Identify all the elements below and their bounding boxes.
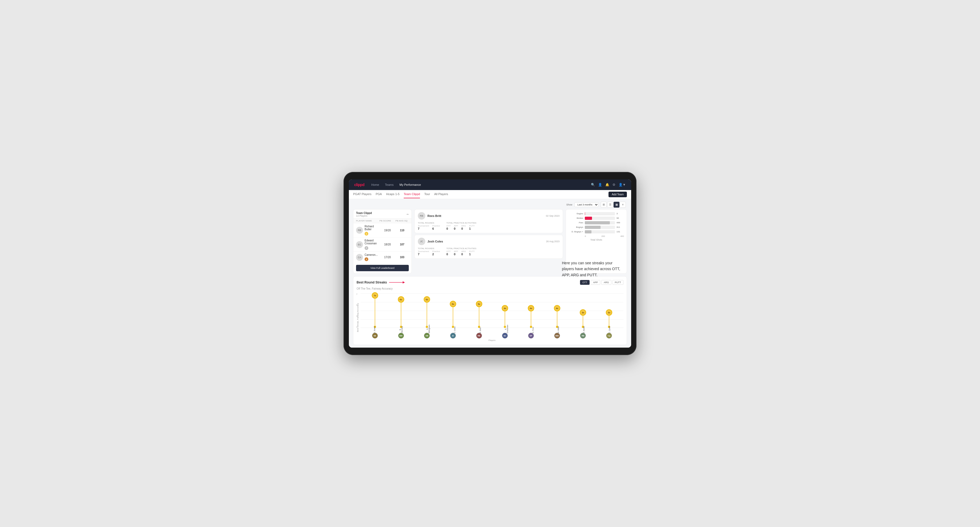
nav-home[interactable]: Home [371, 183, 379, 186]
streak-player-labels: E. EwertB. McHerpD. BillinghamJ. ColesR.… [361, 326, 624, 333]
player-info-1: RB Richard Butler 1 [356, 225, 379, 236]
col-player-name: PLAYER NAME [356, 220, 379, 222]
mini-avatar: DB [424, 333, 430, 338]
arg-val-1: 0 [461, 227, 466, 230]
arg-val-2: 0 [461, 252, 466, 256]
search-icon[interactable]: 🔍 [591, 183, 595, 187]
mini-avatar: MM [554, 333, 560, 338]
player-info-2: EC Edward Crossman 2 [356, 239, 379, 250]
avatar-3: CA [356, 254, 363, 261]
pb-avg-2: 107 [396, 243, 409, 246]
bar-fill-birdies [585, 217, 592, 220]
player-label: R. Britt [479, 326, 481, 333]
putt-val-2: 1 [469, 252, 475, 256]
pb-score-1: 19/20 [379, 229, 396, 232]
card-stats-1: Total Rounds Tournament 7 Practice [418, 222, 560, 230]
bar-fill-dbogeys [585, 230, 592, 233]
sub-nav: PGAT Players PGA Hcaps 1-5 Team Clippd T… [349, 190, 631, 199]
bar-label-birdies: Birdies [568, 217, 583, 219]
avatar-2: EC [356, 241, 363, 248]
practice-val-1: 6 [432, 227, 440, 230]
filter-putt[interactable]: PUTT [612, 280, 624, 285]
streak-bubble: 7x [372, 292, 378, 298]
filter-arg[interactable]: ARG [601, 280, 611, 285]
table-view-button[interactable]: ≡ [620, 202, 626, 208]
bar-label-eagles: Eagles [568, 213, 583, 215]
bar-value-pars: 499 [616, 221, 624, 224]
table-header: PLAYER NAME PB SCORE PB AVG SQ [353, 219, 412, 223]
streak-bubble: 6x [424, 296, 430, 303]
profile-avatar[interactable]: 👤▼ [619, 183, 626, 187]
player-badge-2: 2 [364, 246, 368, 250]
card-avatar-1: RB [418, 212, 425, 220]
player-name-2: Edward Crossman [364, 239, 379, 245]
bar-fill-eagles [585, 212, 585, 215]
tournament-val-2: 7 [418, 252, 429, 256]
bar-value-bogeys: 311 [616, 226, 624, 229]
mini-avatar: EC [502, 333, 508, 338]
ott-val-1: 0 [446, 227, 450, 230]
subnav-pgat[interactable]: PGAT Players [353, 190, 371, 198]
card-name-2[interactable]: Josh Coles [428, 240, 443, 243]
annotation-text: Here you can see streaks your players ha… [562, 260, 620, 278]
filter-app[interactable]: APP [591, 280, 600, 285]
x-axis-label: Players [361, 339, 624, 341]
player-label: B. McHerp [399, 326, 403, 333]
edit-icon[interactable]: ✏ [407, 213, 409, 216]
streak-line [426, 303, 427, 326]
add-team-button[interactable]: Add Team [609, 192, 627, 197]
show-select[interactable]: Last 3 months Last 1 month Last 6 months… [574, 202, 599, 207]
card-date-1: 02 Sep 2023 [546, 214, 560, 217]
chart-title: Total Shots [568, 238, 624, 241]
card-name-1[interactable]: Rees Britt [428, 214, 441, 217]
card-header-1: RB Rees Britt 02 Sep 2023 [418, 212, 560, 220]
bar-label-bogeys: Bogeys [568, 226, 583, 229]
subnav-team-clippd[interactable]: Team Clippd [404, 190, 420, 198]
streak-line [504, 311, 505, 326]
player-label: D. Billingham [426, 326, 430, 333]
list-view-button[interactable]: ☰ [607, 202, 613, 208]
leaderboard-title: Team Clippd [356, 211, 372, 214]
leaderboard-header: Team Clippd 14 Players ✏ [353, 210, 412, 219]
subnav-pga[interactable]: PGA [376, 190, 382, 198]
player-badge-3: 3 [364, 257, 368, 261]
bar-bogeys: Bogeys 311 [568, 226, 624, 229]
table-row[interactable]: CA Cameron... 3 17/20 103 [353, 252, 412, 263]
streak-line [401, 303, 401, 326]
settings-icon[interactable]: ⚙ [612, 183, 616, 187]
subnav-all-players[interactable]: All Players [434, 190, 448, 198]
nav-my-performance[interactable]: My Performance [399, 183, 422, 186]
filter-ott[interactable]: OTT [580, 280, 590, 285]
grid-view-button[interactable]: ⊞ [601, 202, 607, 208]
bar-chart: Eagles 3 Birdies [568, 212, 624, 233]
table-row[interactable]: RB Richard Butler 1 19/20 110 [353, 223, 412, 237]
activities-label-2: Total Practice Activities [446, 247, 476, 250]
streak-line [557, 311, 557, 326]
bell-icon[interactable]: 🔔 [605, 183, 609, 187]
pb-avg-3: 103 [396, 256, 409, 259]
bar-fill-bogeys [585, 226, 600, 229]
leaderboard-subtitle: 14 Players [356, 214, 372, 217]
streak-line [375, 298, 375, 326]
streak-line [583, 316, 583, 326]
card-view-button[interactable]: ▦ [614, 202, 619, 208]
bar-value-eagles: 3 [616, 213, 624, 215]
view-full-leaderboard-button[interactable]: View Full Leaderboard [356, 265, 409, 271]
player-info-3: CA Cameron... 3 [356, 253, 379, 261]
bar-value-birdies: 96 [616, 217, 624, 219]
pb-avg-1: 110 [396, 229, 409, 232]
subnav-hcaps[interactable]: Hcaps 1-5 [386, 190, 399, 198]
bar-eagles: Eagles 3 [568, 212, 624, 215]
table-row[interactable]: EC Edward Crossman 2 18/20 107 [353, 237, 412, 252]
y-axis-label: Best Streak, Fairway Accuracy [356, 303, 359, 332]
nav-teams[interactable]: Teams [385, 183, 394, 186]
rounds-label-1: Total Rounds [418, 222, 440, 224]
mini-avatar: RB [580, 333, 586, 338]
player-label: E. Ewert [374, 326, 375, 333]
subnav-tour[interactable]: Tour [424, 190, 430, 198]
person-icon[interactable]: 👤 [598, 183, 602, 187]
streak-chart-container: Best Streak, Fairway Accuracy [356, 293, 624, 341]
streak-bar-item: 3x [606, 309, 612, 328]
pb-score-3: 17/20 [379, 256, 396, 259]
activities-label-1: Total Practice Activities [446, 222, 476, 224]
